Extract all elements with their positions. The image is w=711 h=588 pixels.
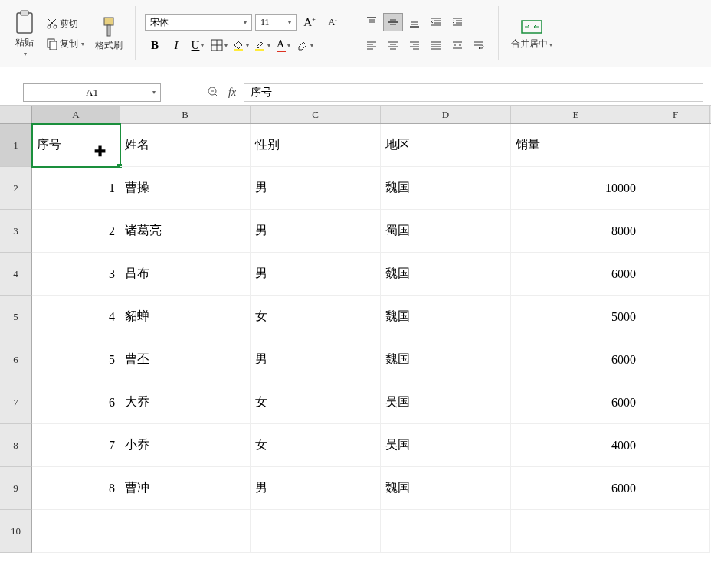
row-header-8[interactable]: 8 <box>0 424 32 467</box>
cell-E10[interactable] <box>511 510 641 553</box>
underline-button[interactable]: U▾ <box>188 36 208 54</box>
column-header-F[interactable]: F <box>641 106 710 123</box>
merge-center-button[interactable]: 合并居中▾ <box>508 16 555 52</box>
cell-C8[interactable]: 女 <box>251 424 381 467</box>
cell-A2[interactable]: 1 <box>32 167 120 210</box>
increase-font-button[interactable]: A+ <box>300 13 319 31</box>
cell-A4[interactable]: 3 <box>32 253 120 296</box>
zoom-out-icon[interactable] <box>207 86 221 100</box>
cell-F2[interactable] <box>641 167 710 210</box>
cell-A5[interactable]: 4 <box>32 296 120 338</box>
font-name-select[interactable]: 宋体 ▾ <box>145 14 252 31</box>
row-header-1[interactable]: 1 <box>0 124 32 167</box>
fx-icon[interactable]: fx <box>228 87 236 99</box>
row-header-4[interactable]: 4 <box>0 253 32 296</box>
row-header-3[interactable]: 3 <box>0 210 32 253</box>
align-top-button[interactable] <box>362 13 382 31</box>
align-middle-button[interactable] <box>383 13 403 31</box>
row-header-9[interactable]: 9 <box>0 467 32 510</box>
column-header-E[interactable]: E <box>511 106 641 123</box>
cell-B1[interactable]: 姓名 <box>120 124 251 167</box>
cell-A8[interactable]: 7 <box>32 424 120 467</box>
cell-D1[interactable]: 地区 <box>381 124 511 167</box>
fill-color-button[interactable]: ▾ <box>231 36 251 54</box>
cell-F3[interactable] <box>641 210 710 253</box>
cell-B3[interactable]: 诸葛亮 <box>120 210 251 253</box>
align-right-button[interactable] <box>405 36 424 54</box>
font-size-select[interactable]: 11 ▾ <box>255 14 297 31</box>
cell-C7[interactable]: 女 <box>251 381 381 424</box>
cell-D9[interactable]: 魏国 <box>381 467 511 510</box>
row-header-5[interactable]: 5 <box>0 296 32 338</box>
column-header-A[interactable]: A <box>32 106 120 123</box>
wrap-text-button[interactable] <box>469 36 489 54</box>
cell-E4[interactable]: 6000 <box>511 253 641 296</box>
cell-B7[interactable]: 大乔 <box>120 381 251 424</box>
cell-F7[interactable] <box>641 381 710 424</box>
cell-D5[interactable]: 魏国 <box>381 296 511 338</box>
increase-indent-button[interactable] <box>447 13 467 31</box>
borders-button[interactable]: ▾ <box>209 36 229 54</box>
cell-B4[interactable]: 吕布 <box>120 253 251 296</box>
cell-A7[interactable]: 6 <box>32 381 120 424</box>
cell-F9[interactable] <box>641 467 710 510</box>
format-painter-button[interactable]: 格式刷 <box>92 15 126 54</box>
row-header-2[interactable]: 2 <box>0 167 32 210</box>
cell-C2[interactable]: 男 <box>251 167 381 210</box>
cell-F5[interactable] <box>641 296 710 338</box>
cell-F6[interactable] <box>641 338 710 381</box>
highlight-button[interactable]: ▾ <box>252 36 272 54</box>
cell-E5[interactable]: 5000 <box>511 296 641 338</box>
cell-C4[interactable]: 男 <box>251 253 381 296</box>
cell-E9[interactable]: 6000 <box>511 467 641 510</box>
paste-button[interactable]: 粘贴▾ <box>11 8 38 59</box>
cell-B2[interactable]: 曹操 <box>120 167 251 210</box>
eraser-button[interactable]: ▾ <box>295 36 315 54</box>
cell-A10[interactable] <box>32 510 120 553</box>
decrease-font-button[interactable]: A- <box>323 13 342 31</box>
cell-B9[interactable]: 曹冲 <box>120 467 251 510</box>
cut-button[interactable]: 剪切 <box>43 15 87 33</box>
cell-D3[interactable]: 蜀国 <box>381 210 511 253</box>
cell-E6[interactable]: 6000 <box>511 338 641 381</box>
cell-D2[interactable]: 魏国 <box>381 167 511 210</box>
cell-E2[interactable]: 10000 <box>511 167 641 210</box>
cell-F1[interactable] <box>641 124 710 167</box>
italic-button[interactable]: I <box>166 36 186 54</box>
cell-E1[interactable]: 销量 <box>511 124 641 167</box>
cell-D8[interactable]: 吴国 <box>381 424 511 467</box>
name-box[interactable]: A1 ▾ <box>23 83 161 102</box>
column-header-B[interactable]: B <box>120 106 251 123</box>
cell-C10[interactable] <box>251 510 381 553</box>
cell-B8[interactable]: 小乔 <box>120 424 251 467</box>
row-header-6[interactable]: 6 <box>0 338 32 381</box>
decrease-indent-button[interactable] <box>426 13 446 31</box>
justify-button[interactable] <box>426 36 446 54</box>
align-center-button[interactable] <box>383 36 403 54</box>
cell-D6[interactable]: 魏国 <box>381 338 511 381</box>
cell-F8[interactable] <box>641 424 710 467</box>
row-header-7[interactable]: 7 <box>0 381 32 424</box>
distribute-button[interactable] <box>447 36 467 54</box>
select-all-corner[interactable] <box>0 106 32 123</box>
cell-A3[interactable]: 2 <box>32 210 120 253</box>
cell-D7[interactable]: 吴国 <box>381 381 511 424</box>
cell-F4[interactable] <box>641 253 710 296</box>
cell-A9[interactable]: 8 <box>32 467 120 510</box>
cell-C9[interactable]: 男 <box>251 467 381 510</box>
cell-E8[interactable]: 4000 <box>511 424 641 467</box>
cell-C3[interactable]: 男 <box>251 210 381 253</box>
cell-F10[interactable] <box>641 510 710 553</box>
font-color-button[interactable]: A▾ <box>274 36 293 54</box>
cell-E7[interactable]: 6000 <box>511 381 641 424</box>
row-header-10[interactable]: 10 <box>0 510 32 553</box>
cell-C1[interactable]: 性别 <box>251 124 381 167</box>
column-header-D[interactable]: D <box>381 106 511 123</box>
cell-E3[interactable]: 8000 <box>511 210 641 253</box>
formula-input[interactable]: 序号 <box>244 83 703 102</box>
cell-A1[interactable]: 序号✚ <box>32 124 120 167</box>
cell-B6[interactable]: 曹丕 <box>120 338 251 381</box>
cell-C5[interactable]: 女 <box>251 296 381 338</box>
cell-A6[interactable]: 5 <box>32 338 120 381</box>
cell-B10[interactable] <box>120 510 251 553</box>
